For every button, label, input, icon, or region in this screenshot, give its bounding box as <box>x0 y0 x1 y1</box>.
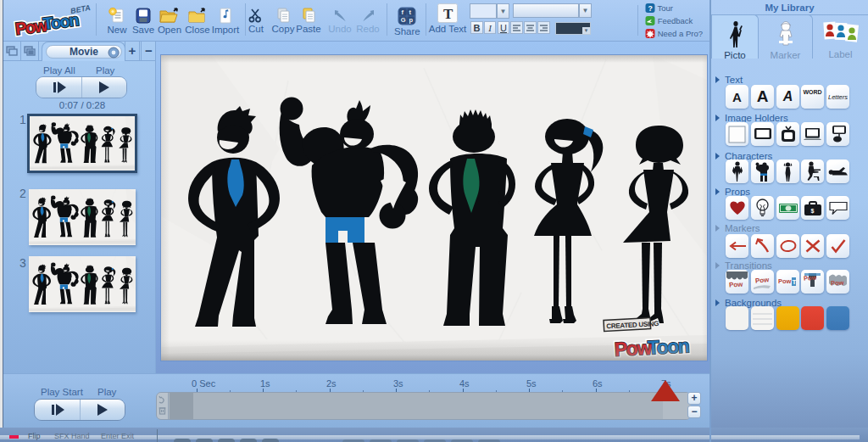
svg-text:Pow: Pow <box>729 280 744 288</box>
svg-text:Pow: Pow <box>831 278 844 287</box>
svg-text:Pow: Pow <box>778 277 792 285</box>
svg-text:$: $ <box>810 207 814 214</box>
svg-text:T: T <box>793 278 797 286</box>
svg-text:T: T <box>443 6 453 22</box>
svg-text:?: ? <box>648 4 652 13</box>
svg-text:G: G <box>401 16 406 24</box>
svg-text:p: p <box>409 16 414 24</box>
svg-text:Pow: Pow <box>754 276 770 285</box>
